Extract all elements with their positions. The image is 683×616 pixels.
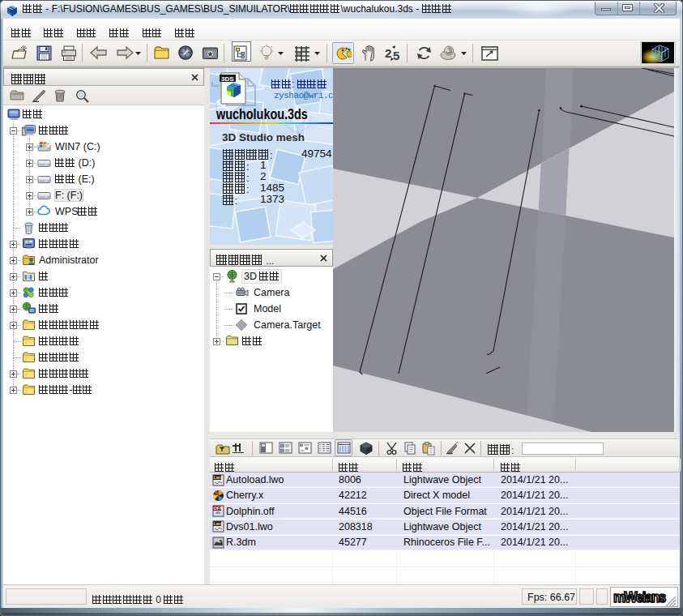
svg-text:3DS: 3DS <box>221 75 234 83</box>
svg-text:2: 2 <box>385 46 391 60</box>
svg-text:5: 5 <box>393 49 399 62</box>
